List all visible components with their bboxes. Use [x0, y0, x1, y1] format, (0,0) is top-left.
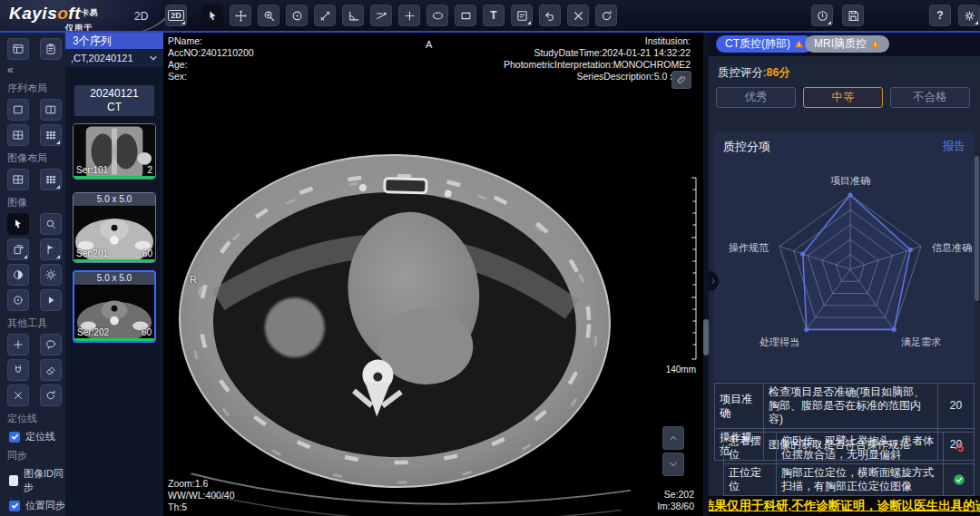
- pan-tool-button[interactable]: [230, 5, 251, 26]
- attachment-paperclip-button[interactable]: [671, 71, 691, 89]
- cobb-angle-button[interactable]: [370, 5, 392, 26]
- series-description-label: SeriesDescription:5.0 x 5.0: [504, 71, 691, 83]
- next-image-button[interactable]: [662, 453, 684, 476]
- thumbnail-series-202-selected[interactable]: 5.0 x 5.0 Ser:20260: [73, 270, 156, 343]
- image-layout-4-button[interactable]: [7, 169, 29, 190]
- image-stack-buttons: [662, 426, 684, 476]
- window-level-button[interactable]: [286, 5, 308, 26]
- series-layout-4-button[interactable]: [7, 124, 29, 146]
- image-count-label: 60: [142, 248, 152, 258]
- qc-score-row: 质控评分:86分: [718, 65, 790, 81]
- window-presets-button[interactable]: [511, 5, 533, 26]
- series-description-label: 5.0 x 5.0: [74, 272, 154, 285]
- series-group-date: 20240121: [74, 87, 154, 101]
- locator-line-label: 定位线: [25, 430, 55, 443]
- ellipse-roi-button[interactable]: [426, 5, 448, 26]
- sync-section-label: 同步: [7, 449, 65, 462]
- comment-tool-button[interactable]: [40, 334, 62, 355]
- series-layout-2-button[interactable]: [40, 99, 62, 121]
- text-annotation-button[interactable]: T: [483, 5, 505, 26]
- rectangle-roi-button[interactable]: [455, 5, 476, 26]
- series-layout-grid-button[interactable]: [40, 124, 62, 146]
- check-circle-icon: [948, 473, 969, 486]
- reset-view-button[interactable]: [595, 5, 617, 26]
- sex-label: Sex:: [168, 71, 254, 83]
- qc-item-desc: 检查项目是否准确(项目如脑部、胸部、腹部是否在标准的范围内容): [764, 384, 938, 429]
- qc-tabs-strip: CT质控(肺部) MRI脑质控: [709, 33, 980, 56]
- select-tool-button[interactable]: [201, 5, 223, 26]
- help-button[interactable]: ?: [929, 5, 951, 26]
- report-link[interactable]: 报告: [943, 139, 965, 155]
- study-dropdown[interactable]: ,CT,20240121: [65, 49, 163, 67]
- tab-ct-lung-qc[interactable]: CT质控(肺部): [716, 35, 813, 53]
- thumbnail-series-201[interactable]: 5.0 x 5.0 Ser:20160: [73, 192, 156, 263]
- cine-play-button[interactable]: [40, 289, 62, 311]
- qc-item-score: 20: [938, 384, 975, 429]
- grade-medium-button[interactable]: 中等: [803, 87, 883, 108]
- top-toolbar: Kayisoft卡易 仅用于科研 2D 2D T: [0, 0, 980, 33]
- image-viewport[interactable]: PName: AccNO:2401210200 Age: Sex: Instit…: [163, 33, 703, 516]
- image-layout-grid-button[interactable]: [40, 169, 62, 190]
- zoom-tool-button[interactable]: [258, 5, 279, 26]
- table-row: 项目准确 检查项目是否准确(项目如脑部、胸部、腹部是否在标准的范围内容) 20: [715, 384, 975, 429]
- reset-tools-button[interactable]: [40, 385, 62, 406]
- length-measure-button[interactable]: [314, 5, 336, 26]
- magnet-tool-button[interactable]: [7, 359, 29, 381]
- localizer-target-button[interactable]: [7, 289, 29, 311]
- zoom-factor-label: Zoom:1.6: [168, 478, 235, 490]
- zoom-window-overlay: Zoom:1.6 WW/WL:400/40 Th:5: [168, 478, 235, 513]
- sync-position-row[interactable]: 位置同步: [9, 499, 65, 512]
- invert-contrast-button[interactable]: [7, 264, 29, 286]
- sync-position-checkbox[interactable]: [9, 501, 20, 511]
- app-logo: Kayisoft卡易 仅用于科研: [9, 4, 98, 24]
- series-group-modality: CT: [74, 101, 154, 114]
- patient-name-label: PName:: [168, 35, 254, 47]
- qc-item-desc: 胸部正位定位，横断面螺旋方式扫描，有胸部正位定位图像: [777, 464, 944, 496]
- mode-2d-button[interactable]: 2D: [165, 5, 187, 26]
- report-panel-button[interactable]: [40, 38, 62, 60]
- series-count-header: 3个序列: [65, 33, 163, 49]
- angle-measure-button[interactable]: [342, 5, 364, 26]
- previous-image-button[interactable]: [662, 426, 684, 450]
- thumbnail-series-101[interactable]: Ser:1012: [73, 123, 156, 180]
- help-settings-group: ?: [929, 5, 980, 26]
- sync-position-label: 位置同步: [25, 499, 65, 512]
- study-info-overlay: Institusion: StudyDateTime:2024-01-21 14…: [504, 35, 691, 83]
- grade-fail-button[interactable]: 不合格: [890, 87, 970, 108]
- brightness-button[interactable]: [40, 264, 62, 286]
- settings-gear-button[interactable]: [958, 5, 980, 26]
- undo-button[interactable]: [539, 5, 561, 26]
- magnify-tool-button[interactable]: [40, 213, 62, 235]
- locator-line-checkbox[interactable]: [9, 432, 20, 443]
- locator-line-checkbox-row[interactable]: 定位线: [9, 430, 65, 443]
- qc-score-label: 质控评分:: [718, 66, 766, 79]
- tab-label: CT质控(肺部): [725, 35, 790, 53]
- tab-mri-brain-qc[interactable]: MRI脑质控: [805, 35, 889, 53]
- delete-annotation-button[interactable]: [567, 5, 589, 26]
- scale-label: 140mm: [666, 365, 696, 375]
- sync-image-id-checkbox[interactable]: [9, 475, 18, 486]
- age-label: Age:: [168, 59, 254, 71]
- qc-item-name: 正位定位: [724, 464, 777, 496]
- svg-text:项目准确: 项目准确: [830, 175, 870, 186]
- image-label: 图像: [7, 196, 65, 209]
- probe-tool-button[interactable]: [398, 5, 420, 26]
- series-list-button[interactable]: [7, 38, 29, 60]
- grade-excellent-button[interactable]: 优秀: [716, 87, 796, 108]
- collapse-sidebar-icon[interactable]: «: [7, 63, 65, 76]
- table-row: 正位定位 胸部正位定位，横断面螺旋方式扫描，有胸部正位定位图像: [724, 464, 975, 496]
- info-button[interactable]: [811, 5, 833, 26]
- save-button[interactable]: [842, 5, 864, 26]
- eraser-tool-button[interactable]: [40, 359, 62, 381]
- series-description-label: 5.0 x 5.0: [74, 193, 155, 206]
- clear-all-button[interactable]: [7, 385, 29, 406]
- rotate-image-button[interactable]: [7, 239, 29, 260]
- series-layout-1-button[interactable]: [7, 99, 29, 121]
- panel-scrollbar-thumb[interactable]: [975, 156, 979, 301]
- flip-image-button[interactable]: [40, 239, 62, 260]
- sync-image-id-row[interactable]: 图像ID同步: [9, 467, 65, 494]
- add-annotation-button[interactable]: [7, 334, 29, 355]
- disclaimer-text: 结果仅用于科研,不作诊断证明，诊断以医生出具的诊断: [709, 496, 980, 516]
- ct-axial-image: [163, 33, 703, 516]
- cursor-tool-button[interactable]: [7, 213, 29, 235]
